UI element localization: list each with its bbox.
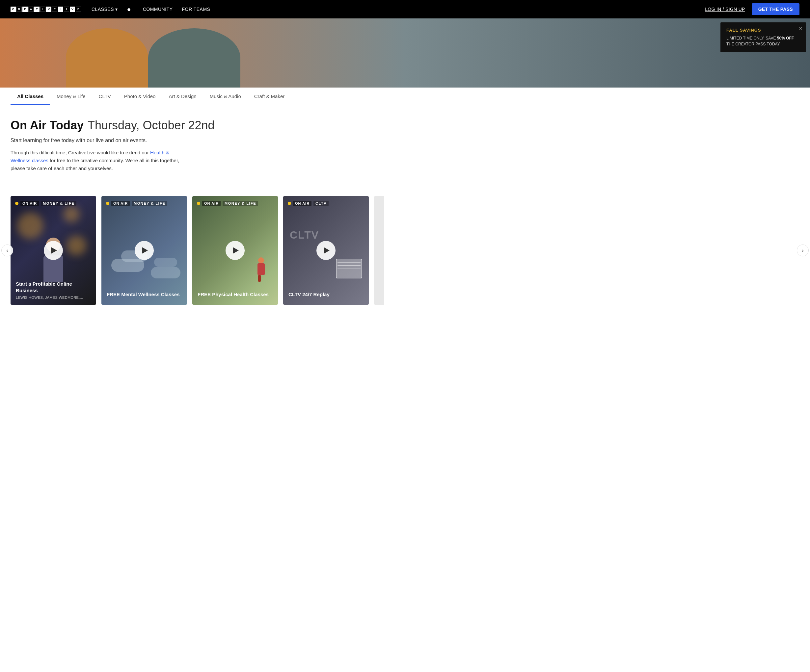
page-title: On Air Today Thursday, October 22nd (10, 118, 385, 132)
card-4[interactable]: CLTV ON AIR CLTV CLTV 24/7 Replay (283, 196, 369, 305)
card-info: Start a Profitable Online Business LEWIS… (10, 196, 96, 305)
card-title: CLTV 24/7 Replay (289, 291, 363, 298)
carousel-prev-button[interactable]: ‹ (1, 244, 13, 256)
nav-community[interactable]: COMMUNITY (143, 7, 173, 12)
logo-e3: E (76, 7, 81, 12)
cards-row: ON AIR MONEY & LIFE Start a Profitable O… (0, 196, 810, 305)
card-info: CLTV 24/7 Replay (283, 196, 369, 305)
logo-i: I (40, 7, 46, 12)
card-title: Start a Profitable Online Business (16, 281, 91, 293)
main-content: On Air Today Thursday, October 22nd Star… (0, 105, 395, 183)
chevron-down-icon: ▾ (115, 7, 118, 12)
logo-e2: E (52, 7, 57, 12)
hero-banner: × FALL SAVINGS LIMITED TIME ONLY, SAVE 5… (0, 19, 810, 88)
chevron-left-icon: ‹ (6, 247, 8, 254)
on-air-subtitle: Start learning for free today with our l… (10, 138, 385, 143)
card-info: FREE Mental Wellness Classes (101, 196, 187, 305)
tab-art-design[interactable]: Art & Design (162, 88, 203, 105)
tab-photo-video[interactable]: Photo & Video (118, 88, 162, 105)
tab-music-audio[interactable]: Music & Audio (203, 88, 248, 105)
card-2[interactable]: ON AIR MONEY & LIFE FREE Mental Wellness… (101, 196, 187, 305)
hero-person-left (66, 28, 148, 88)
tabs-bar: All Classes Money & Life CLTV Photo & Vi… (0, 88, 810, 105)
logo-a: A (28, 7, 34, 12)
get-pass-button[interactable]: GET THE PASS (752, 3, 800, 15)
tab-all-classes[interactable]: All Classes (10, 88, 50, 105)
fall-savings-text: LIMITED TIME ONLY, SAVE 50% OFF THE CREA… (726, 35, 800, 47)
tab-money-life[interactable]: Money & Life (50, 88, 92, 105)
hero-people (0, 19, 810, 88)
logo-v: V (46, 7, 51, 12)
logo-t: T (34, 7, 39, 12)
tab-cltv[interactable]: CLTV (92, 88, 118, 105)
logo[interactable]: C R E A T I V E L I V E (10, 7, 81, 12)
hero-person-right (148, 28, 240, 88)
logo-r: R (17, 7, 22, 12)
card-info: FREE Physical Health Classes (192, 196, 278, 305)
navbar: C R E A T I V E L I V E CLASSES ▾ ● COMM… (0, 0, 810, 19)
card-title: FREE Mental Wellness Classes (107, 291, 182, 298)
logo-i2: I (64, 7, 69, 12)
hero-background (0, 19, 810, 88)
close-icon[interactable]: × (799, 26, 802, 32)
nav-classes[interactable]: CLASSES ▾ (91, 7, 118, 12)
nav-for-teams[interactable]: FOR TEAMS (182, 7, 210, 12)
logo-l: L (58, 7, 63, 12)
chevron-right-icon: › (802, 247, 804, 254)
carousel-next-button[interactable]: › (797, 244, 809, 256)
card-3[interactable]: ON AIR MONEY & LIFE FREE Physical Health… (192, 196, 278, 305)
fall-savings-title: FALL SAVINGS (726, 28, 800, 33)
logo-v2: V (70, 7, 75, 12)
card-subtitle: LEWIS HOWES, JAMES WEDMORE,... (16, 296, 91, 300)
partial-card (374, 196, 384, 305)
nav-links: CLASSES ▾ ● COMMUNITY FOR TEAMS (91, 6, 705, 13)
fall-savings-popup: × FALL SAVINGS LIMITED TIME ONLY, SAVE 5… (721, 22, 806, 52)
on-air-body: Through this difficult time, CreativeLiv… (10, 149, 188, 172)
cards-section: ‹ ON AIR MONEY & LIFE St (0, 196, 810, 305)
search-icon[interactable]: ● (127, 6, 131, 13)
tab-craft-maker[interactable]: Craft & Maker (248, 88, 291, 105)
card-1[interactable]: ON AIR MONEY & LIFE Start a Profitable O… (10, 196, 96, 305)
logo-c: C (10, 7, 16, 12)
login-button[interactable]: LOG IN / SIGN UP (705, 7, 745, 12)
card-title: FREE Physical Health Classes (197, 291, 273, 298)
logo-e: E (22, 7, 28, 12)
nav-right: LOG IN / SIGN UP GET THE PASS (705, 3, 800, 15)
